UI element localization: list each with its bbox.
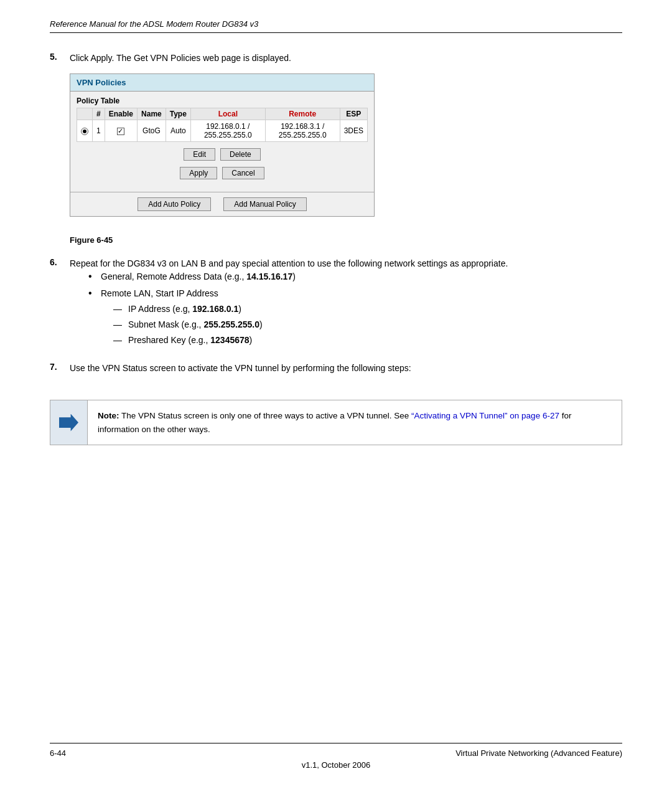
vpn-widget-body: Policy Table # Enable Name Type Local Re… bbox=[70, 92, 374, 184]
sub-item-1-text: IP Address (e.g, 192.168.0.1) bbox=[128, 303, 241, 316]
col-header-esp: ESP bbox=[340, 108, 367, 120]
page-footer: 6-44 Virtual Private Networking (Advance… bbox=[50, 743, 622, 758]
bullet-1: • General, Remote Address Data (e.g., 14… bbox=[88, 270, 508, 283]
bullet-2: • Remote LAN, Start IP Address — IP Addr… bbox=[88, 287, 508, 349]
delete-button[interactable]: Delete bbox=[220, 148, 261, 161]
bottom-buttons-row: Add Auto Policy Add Manual Policy bbox=[70, 192, 374, 216]
step-5-block: 5. Click Apply. The Get VPN Policies web… bbox=[50, 52, 622, 220]
sub-item-2: — Subnet Mask (e.g., 255.255.255.0) bbox=[113, 318, 263, 331]
step-7-number: 7. bbox=[50, 362, 62, 375]
step-5-text: Click Apply. The Get VPN Policies web pa… bbox=[70, 53, 291, 63]
step-6-text: Repeat for the DG834 v3 on LAN B and pay… bbox=[70, 258, 508, 268]
note-text1: The VPN Status screen is only one of thr… bbox=[119, 411, 412, 420]
arrow-icon bbox=[59, 414, 78, 432]
step-6-block: 6. Repeat for the DG834 v3 on LAN B and … bbox=[50, 257, 622, 356]
footer-right: Virtual Private Networking (Advanced Fea… bbox=[455, 748, 622, 758]
cancel-button[interactable]: Cancel bbox=[222, 167, 264, 179]
em-dash-2: — bbox=[113, 318, 123, 331]
sub-item-3: — Preshared Key (e.g., 12345678) bbox=[113, 334, 263, 347]
step-5-number: 5. bbox=[50, 52, 62, 220]
bullet-dot-2: • bbox=[88, 287, 96, 300]
row-local: 192.168.0.1 / 255.255.255.0 bbox=[190, 120, 265, 142]
note-icon-area bbox=[50, 400, 88, 445]
col-header-radio bbox=[77, 108, 93, 120]
row-remote: 192.168.3.1 / 255.255.255.0 bbox=[265, 120, 340, 142]
sub-item-2-text: Subnet Mask (e.g., 255.255.255.0) bbox=[128, 318, 263, 331]
note-box: Note: The VPN Status screen is only one … bbox=[50, 400, 622, 445]
apply-cancel-row: Apply Cancel bbox=[77, 167, 368, 179]
step-7-text: Use the VPN Status screen to activate th… bbox=[70, 362, 411, 375]
row-type: Auto bbox=[166, 120, 190, 142]
sub-item-3-text: Preshared Key (e.g., 12345678) bbox=[128, 334, 252, 347]
note-content: Note: The VPN Status screen is only one … bbox=[88, 400, 622, 445]
add-manual-policy-button[interactable]: Add Manual Policy bbox=[223, 197, 306, 211]
step-6-number: 6. bbox=[50, 257, 62, 356]
col-header-type: Type bbox=[166, 108, 190, 120]
note-bold-label: Note: bbox=[98, 411, 119, 420]
bullet-1-text: General, Remote Address Data (e.g., 14.1… bbox=[101, 270, 296, 283]
row-checkbox[interactable] bbox=[105, 120, 137, 142]
row-number: 1 bbox=[93, 120, 105, 142]
vpn-policies-widget: VPN Policies Policy Table # Enable Name … bbox=[70, 73, 375, 217]
policy-table: # Enable Name Type Local Remote ESP bbox=[77, 108, 368, 142]
edit-button[interactable]: Edit bbox=[184, 148, 215, 161]
sub-list: — IP Address (e.g, 192.168.0.1) — Subnet… bbox=[113, 303, 263, 347]
table-row: 1 GtoG Auto 192.168.0.1 / 255.255.255.0 … bbox=[77, 120, 368, 142]
bullet-2-text: Remote LAN, Start IP Address bbox=[101, 288, 218, 298]
header-title: Reference Manual for the ADSL Modem Rout… bbox=[50, 19, 258, 29]
sub-item-1: — IP Address (e.g, 192.168.0.1) bbox=[113, 303, 263, 316]
edit-delete-row: Edit Delete bbox=[77, 148, 368, 161]
col-header-remote: Remote bbox=[265, 108, 340, 120]
bullet-2-content: Remote LAN, Start IP Address — IP Addres… bbox=[101, 287, 263, 349]
radio-button[interactable] bbox=[81, 128, 88, 135]
footer-center: v1.1, October 2006 bbox=[50, 760, 622, 770]
col-header-local: Local bbox=[190, 108, 265, 120]
row-esp: 3DES bbox=[340, 120, 367, 142]
policy-table-label: Policy Table bbox=[77, 97, 368, 105]
vpn-widget-title: VPN Policies bbox=[70, 74, 374, 92]
footer-version: v1.1, October 2006 bbox=[302, 760, 371, 770]
em-dash-1: — bbox=[113, 303, 123, 316]
col-header-name: Name bbox=[138, 108, 166, 120]
row-name: GtoG bbox=[138, 120, 166, 142]
step-7-block: 7. Use the VPN Status screen to activate… bbox=[50, 362, 622, 375]
footer-left: 6-44 bbox=[50, 748, 66, 758]
step-6-bullets: • General, Remote Address Data (e.g., 14… bbox=[88, 270, 508, 349]
apply-button[interactable]: Apply bbox=[180, 167, 217, 179]
row-radio[interactable] bbox=[77, 120, 93, 142]
figure-label: Figure 6-45 bbox=[70, 235, 622, 245]
em-dash-3: — bbox=[113, 334, 123, 347]
add-auto-policy-button[interactable]: Add Auto Policy bbox=[138, 197, 211, 211]
col-header-hash: # bbox=[93, 108, 105, 120]
note-link[interactable]: “Activating a VPN Tunnel” on page 6-27 bbox=[411, 411, 559, 420]
page-header: Reference Manual for the ADSL Modem Rout… bbox=[50, 19, 622, 33]
bullet-dot-1: • bbox=[88, 270, 96, 283]
enable-checkbox[interactable] bbox=[117, 128, 124, 135]
col-header-enable: Enable bbox=[105, 108, 137, 120]
